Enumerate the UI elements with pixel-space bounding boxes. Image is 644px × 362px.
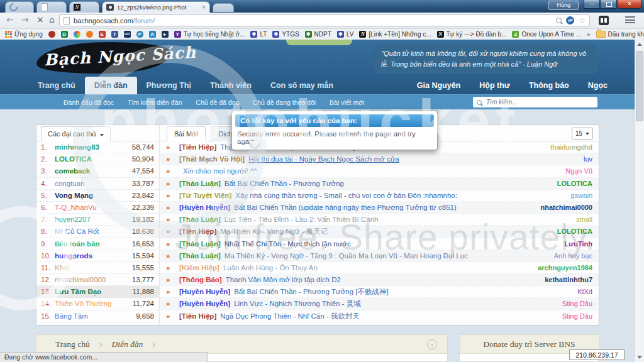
favicon-translate[interactable]: A: [149, 31, 156, 38]
thread-tag[interactable]: [Huyền Huyễn]: [179, 300, 230, 307]
thread-tag[interactable]: [Huyền Huyễn]: [179, 288, 230, 295]
thread-user[interactable]: nhatchimai0000: [540, 202, 592, 214]
nav-notifications[interactable]: Thông báo: [519, 77, 579, 94]
thread-user[interactable]: Ngạn Vũ: [565, 165, 592, 177]
window-minimize-button[interactable]: —: [584, 0, 600, 9]
thread-user[interactable]: LOLOTICA: [557, 178, 592, 190]
extension-icon[interactable]: [599, 16, 609, 25]
bookmark-ouat[interactable]: Z Once Upon A Time ...: [512, 31, 581, 38]
favicon-clock[interactable]: [86, 31, 93, 38]
subnav-search-forum[interactable]: Tìm kiếm diễn đàn: [121, 99, 189, 106]
page-scrollbar[interactable]: [635, 40, 644, 362]
other-bookmarks[interactable]: Dấu trang khác: [596, 31, 644, 38]
thread-title[interactable]: Hội thi đua tài - Ngày Bạch Ngọc Sách mở…: [248, 155, 399, 163]
leaderboard-user[interactable]: tiểu toán bàn: [55, 238, 132, 250]
browser-profile-button[interactable]: Hùng: [548, 1, 579, 10]
bookmark-star-icon[interactable]: ☆: [579, 16, 586, 25]
nav-account[interactable]: Gia Nguyên: [408, 77, 470, 94]
bookmarks-overflow-chevron[interactable]: »: [587, 31, 591, 38]
thread-user[interactable]: kethattinhthu7: [545, 274, 592, 286]
leaderboard-user[interactable]: comeback: [55, 165, 132, 177]
thread-title[interactable]: Nhất Thể Chi Tôn - Mực thích lặn nước: [225, 240, 351, 248]
tab-close-icon[interactable]: ×: [202, 4, 206, 11]
nav-forum[interactable]: Diễn đàn: [85, 77, 137, 94]
nav-lucky-number[interactable]: Con số may mắn: [261, 77, 343, 94]
bookmark-ytgs[interactable]: ✱ YTGS: [272, 31, 299, 38]
nav-phuong-thi[interactable]: Phương Thị: [137, 77, 201, 94]
thread-user[interactable]: gawain: [570, 190, 592, 202]
new-tab-button[interactable]: [213, 3, 234, 12]
thread-tag[interactable]: [Thảo Luận]: [179, 180, 221, 187]
thread-tag[interactable]: [Tiên Hiệp]: [179, 143, 216, 151]
bookmark-link-ten[interactable]: N [Link +Tên] Những c...: [359, 31, 431, 38]
thread-tag[interactable]: [Huyền Huyễn]: [179, 204, 230, 211]
bookmark-lt[interactable]: ✱ LT: [250, 31, 267, 38]
page-size-select[interactable]: 15: [572, 128, 593, 140]
collapse-chevron-icon[interactable]: ⌄: [427, 339, 437, 349]
thread-title[interactable]: Ngã Dục Phong Thiên - Nhĩ Căn - 我欲封天: [220, 312, 360, 320]
browser-tab-2[interactable]: [36, 1, 67, 13]
nav-members[interactable]: Thành viên: [201, 77, 261, 94]
thread-tag[interactable]: [Kiếm Hiệp]: [179, 264, 219, 272]
home-button[interactable]: ⌂: [49, 14, 55, 25]
leaderboard-user[interactable]: Lưu Tầm Đạo: [55, 286, 133, 297]
leaderboard-user[interactable]: minhmang83: [55, 141, 132, 153]
thread-tag[interactable]: [Thất Mạch Võ Hội]: [179, 155, 245, 163]
thread-title[interactable]: Bất Bại Chiến Thần (update hàng ngày the…: [234, 204, 457, 211]
leaderboard-user[interactable]: Vong Mạng: [55, 190, 132, 201]
favicon-e[interactable]: E: [99, 31, 106, 38]
forward-button[interactable]: →: [21, 14, 29, 25]
leaderboard-user[interactable]: hungprods: [55, 250, 132, 261]
back-button[interactable]: ←: [6, 14, 14, 25]
thread-tag[interactable]: [Tiên Hiệp]: [179, 312, 216, 320]
bookmark-apps[interactable]: Ứng dụng: [5, 31, 43, 38]
thread-user[interactable]: archnguyen1984: [538, 262, 592, 274]
window-close-button[interactable]: ✕: [618, 0, 641, 9]
subnav-watching[interactable]: Chủ đề đang theo dõi: [246, 99, 323, 106]
nav-inbox[interactable]: Hộp thư: [470, 77, 519, 94]
thread-title[interactable]: Lục Tiên - Tiêu Đỉnh - Lầu 2: Vấn Thiên …: [225, 216, 379, 223]
scroll-up-button[interactable]: [635, 40, 644, 49]
browser-tab-1[interactable]: [5, 1, 34, 13]
favicon-p[interactable]: P: [136, 31, 143, 38]
leaderboard-user[interactable]: T-Q_NhanVu: [55, 202, 132, 213]
thread-title[interactable]: Thanh Vân Môn mở lớp tập dịch D2: [226, 276, 341, 283]
subnav-mark-read[interactable]: Đánh dấu đã đọc: [57, 99, 121, 106]
thread-user[interactable]: KtXd: [577, 286, 592, 298]
thread-user[interactable]: LưuTinh: [565, 238, 592, 250]
leaderboard-user[interactable]: Thiên Vô Thường: [55, 298, 133, 309]
thread-user[interactable]: small: [576, 214, 592, 226]
leaderboard-user[interactable]: Mr Củ Cà Rốt: [55, 226, 132, 237]
leaderboard-tab[interactable]: Các đại cao thủ: [41, 126, 111, 141]
search-input[interactable]: [485, 98, 594, 106]
thread-title[interactable]: Bất Bại Chiến Thần - Phương Tưởng [不败战神]: [234, 288, 388, 295]
thread-tag[interactable]: [Tử Tuyệt Viện]: [179, 192, 231, 199]
nav-ngoc[interactable]: Ngọc: [579, 77, 608, 94]
ip-extension-icon[interactable]: iP: [566, 16, 574, 25]
thread-title[interactable]: Ma Thiên Ký - Vong Ngữ - 魔天记: [220, 228, 328, 235]
thread-title[interactable]: Xây nhà cùng thần tượng - Small - chú vo…: [235, 192, 457, 199]
thread-title[interactable]: Xin chào mọi người! ^^: [183, 167, 257, 175]
breadcrumb-forum[interactable]: Diễn đàn: [111, 339, 143, 349]
address-bar[interactable]: bachngocsach.com /forum/ iP ☆: [59, 14, 590, 26]
thread-title[interactable]: Ma Thiên Ký - Vong Ngữ - Tầng 9 : Quần M…: [225, 252, 468, 260]
thread-title[interactable]: Luận Anh Hùng - Ôn Thụy An: [223, 264, 318, 272]
thread-user[interactable]: LOLOTICA: [557, 226, 592, 238]
nav-home[interactable]: Trang chủ: [28, 77, 85, 94]
search-box[interactable]: [473, 97, 597, 107]
leaderboard-user[interactable]: huyen2207: [55, 214, 132, 225]
thread-tag[interactable]: [Thảo Luận]: [179, 252, 221, 260]
leaderboard-user[interactable]: LOLOTICA: [55, 153, 132, 165]
favicon-facebook[interactable]: f: [111, 31, 118, 38]
thread-tag[interactable]: [Thông Báo]: [179, 276, 222, 283]
thread-tag[interactable]: [Tiên Hiệp]: [179, 228, 216, 235]
thread-user[interactable]: thaiduongdhd: [550, 141, 592, 153]
leaderboard-user[interactable]: nhatchimai0000: [55, 274, 132, 285]
favicon-video[interactable]: ▸: [162, 31, 169, 38]
leaderboard-user[interactable]: Khói: [55, 262, 132, 273]
browser-menu-icon[interactable]: [625, 16, 635, 24]
subnav-read-topics[interactable]: Chủ đề đã đọc: [189, 99, 245, 106]
favicon-multicolor[interactable]: [74, 31, 80, 38]
leaderboard-user[interactable]: Băng Tâm: [55, 310, 136, 322]
thread-user[interactable]: Sting Dâu: [562, 310, 592, 322]
